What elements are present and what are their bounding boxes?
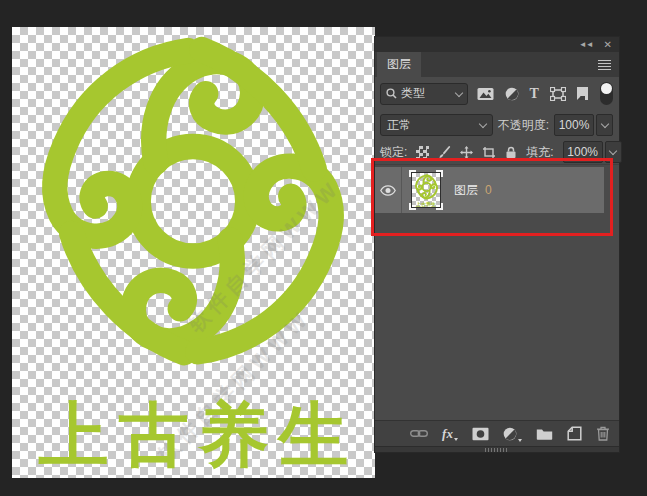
search-icon xyxy=(386,88,397,99)
lock-options-row: 锁定: xyxy=(375,140,619,165)
selection-corner-icon xyxy=(409,203,416,210)
fill-label: 填充: xyxy=(526,144,553,161)
layer-index: 0 xyxy=(485,183,492,197)
selection-corner-icon xyxy=(436,170,443,177)
panel-titlebar: ◄◄ ✕ xyxy=(375,37,619,52)
layer-style-fx-button[interactable]: fx xyxy=(442,427,458,440)
adjustment-layer-filter-icon[interactable] xyxy=(505,87,519,101)
panel-menu-button[interactable] xyxy=(589,52,619,77)
layer-filter-row: 类型 T xyxy=(375,77,619,110)
close-panel-icon[interactable]: ✕ xyxy=(604,40,612,50)
trash-icon xyxy=(596,426,610,441)
collapse-panels-icon[interactable]: ◄◄ xyxy=(579,41,593,49)
lock-all-icon[interactable] xyxy=(505,146,517,159)
smart-object-filter-icon[interactable] xyxy=(576,86,589,101)
fx-icon: fx xyxy=(442,427,453,440)
document-canvas[interactable]: 软件自学网WWW 软件自学网WWW 上古养生 xyxy=(12,27,375,478)
blend-options-row: 正常 不透明度: 100% xyxy=(375,110,619,140)
opacity-input[interactable]: 100% xyxy=(554,114,594,136)
panel-menu-icon xyxy=(598,60,611,62)
chevron-down-icon xyxy=(600,120,608,128)
blend-mode-value: 正常 xyxy=(387,117,411,134)
blend-mode-select[interactable]: 正常 xyxy=(380,114,493,136)
photoshop-window: 软件自学网WWW 软件自学网WWW 上古养生 ◄◄ ✕ 图层 类型 xyxy=(0,0,647,496)
add-layer-mask-button[interactable] xyxy=(472,427,489,441)
chevron-down-icon xyxy=(609,147,617,155)
fill-dropdown-button[interactable] xyxy=(605,141,622,163)
link-layers-button[interactable] xyxy=(410,428,428,439)
filter-kind-icons: T xyxy=(477,82,613,105)
lock-position-move-icon[interactable] xyxy=(460,146,473,159)
adjustment-icon xyxy=(503,427,517,441)
chevron-down-icon xyxy=(455,88,463,96)
selection-corner-icon xyxy=(409,170,416,177)
lock-label: 锁定: xyxy=(380,144,407,161)
panel-tab-row: 图层 xyxy=(375,52,619,77)
filter-type-select[interactable]: 类型 xyxy=(380,83,468,105)
caret-down-icon xyxy=(518,439,522,442)
opacity-dropdown-button[interactable] xyxy=(596,114,613,136)
new-layer-icon xyxy=(567,426,582,441)
panel-resize-strip xyxy=(375,446,619,452)
layer-row[interactable]: 上古养生 图层 0 xyxy=(375,167,604,213)
new-adjustment-layer-button[interactable] xyxy=(503,427,522,441)
layer-mask-icon xyxy=(472,427,489,441)
layer-thumbnail-art xyxy=(413,174,440,201)
tab-layers-label: 图层 xyxy=(387,56,411,73)
layer-list: 上古养生 图层 0 xyxy=(375,165,619,420)
panel-resize-grip[interactable] xyxy=(485,448,509,452)
text-layer-filter-icon[interactable]: T xyxy=(529,87,538,101)
selection-corner-icon xyxy=(436,203,443,210)
shape-layer-filter-icon[interactable] xyxy=(550,87,566,101)
new-layer-button[interactable] xyxy=(567,426,582,441)
pixel-layer-filter-icon[interactable] xyxy=(477,87,494,101)
filter-toggle-switch[interactable] xyxy=(600,82,613,105)
layers-panel: ◄◄ ✕ 图层 类型 xyxy=(374,36,620,453)
caret-down-icon xyxy=(454,438,458,441)
lock-pixels-brush-icon[interactable] xyxy=(438,146,451,159)
layer-thumbnail[interactable]: 上古养生 xyxy=(409,170,443,210)
layers-panel-footer: fx xyxy=(375,420,619,446)
prevent-autonest-artboard-icon[interactable] xyxy=(482,146,496,159)
layer-name[interactable]: 图层 xyxy=(454,182,478,199)
folder-icon xyxy=(536,427,553,440)
delete-layer-button[interactable] xyxy=(596,426,610,441)
eye-icon xyxy=(380,185,396,196)
filter-type-label: 类型 xyxy=(401,85,425,102)
toggle-knob-icon xyxy=(601,83,612,94)
new-group-button[interactable] xyxy=(536,427,553,440)
logo-title-text: 上古养生 xyxy=(12,393,375,477)
lock-transparency-icon[interactable] xyxy=(416,146,429,159)
tab-layers[interactable]: 图层 xyxy=(377,52,421,77)
chevron-down-icon xyxy=(478,120,486,128)
visibility-toggle[interactable] xyxy=(375,167,402,213)
fill-input[interactable]: 100% xyxy=(563,141,603,163)
opacity-label: 不透明度: xyxy=(498,117,549,134)
logo-artwork xyxy=(16,33,368,385)
